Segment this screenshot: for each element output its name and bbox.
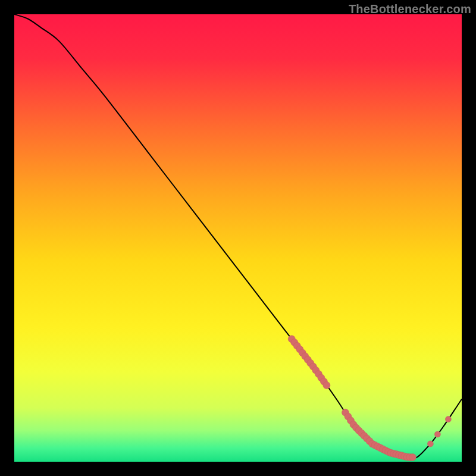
chart-frame: TheBottlenecker.com [0,0,476,476]
svg-rect-0 [14,14,462,462]
attribution-text: TheBottlenecker.com [349,2,471,16]
background-gradient [14,14,462,462]
plot-area [14,14,462,462]
